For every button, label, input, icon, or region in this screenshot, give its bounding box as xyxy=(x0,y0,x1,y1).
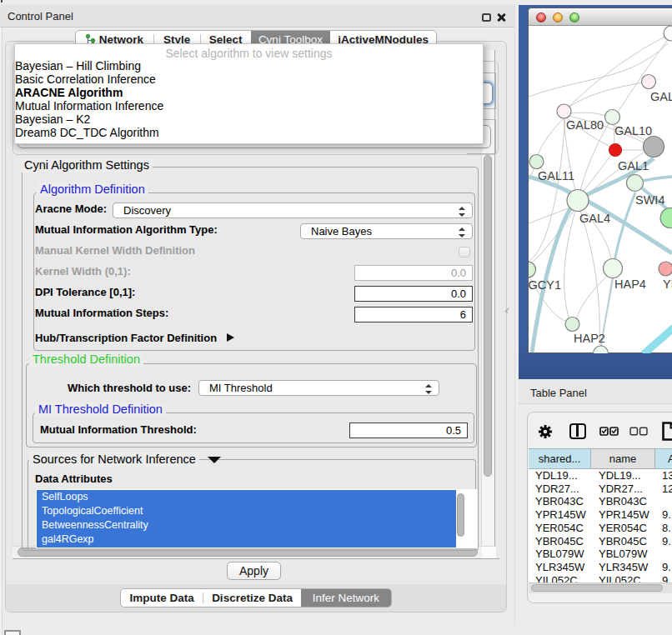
svg-text:GAL7: GAL7 xyxy=(650,90,672,103)
svg-text:GAL4: GAL4 xyxy=(579,212,610,225)
svg-text:GAL11: GAL11 xyxy=(538,169,574,182)
svg-text:HAP2: HAP2 xyxy=(574,332,605,345)
svg-text:GCY1: GCY1 xyxy=(529,278,561,292)
svg-text:GAL1: GAL1 xyxy=(618,159,649,172)
svg-text:SWI4: SWI4 xyxy=(635,193,664,207)
svg-text:YB: YB xyxy=(663,278,672,291)
svg-text:HAP4: HAP4 xyxy=(614,278,646,291)
svg-text:GAL80: GAL80 xyxy=(566,118,604,132)
svg-text:GAL10: GAL10 xyxy=(614,124,652,138)
